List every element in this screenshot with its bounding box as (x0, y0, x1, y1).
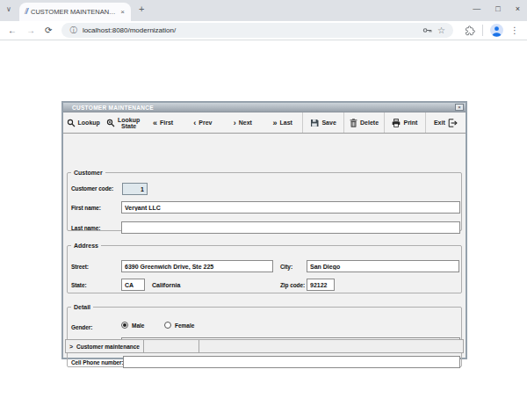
forward-icon[interactable]: → (26, 26, 35, 35)
gender-label: Gender: (71, 324, 92, 330)
customer-legend: Customer (71, 170, 105, 176)
app-toolbar: Lookup Lookup State « First ‹ Prev › Nex… (63, 112, 466, 134)
app-close-icon[interactable]: × (455, 104, 464, 111)
state-label: State: (71, 282, 86, 288)
state-name-text: California (152, 282, 180, 288)
site-favicon-icon: // (25, 8, 27, 16)
detail-legend: Detail (71, 304, 93, 310)
status-cell-main: > Customer maintenance (65, 339, 144, 353)
chevron-right-icon: › (234, 119, 236, 127)
back-icon[interactable]: ← (8, 26, 17, 35)
first-name-input[interactable] (121, 201, 460, 214)
app-status-bar: > Customer maintenance (65, 339, 464, 353)
tab-title: CUSTOMER MAINTENANCE (31, 8, 116, 16)
print-button[interactable]: Print (384, 112, 424, 133)
extensions-puzzle-icon[interactable] (465, 25, 475, 36)
browser-tab-strip: ∨ // CUSTOMER MAINTENANCE × + — □ × (0, 0, 527, 21)
browser-tab[interactable]: // CUSTOMER MAINTENANCE × (19, 3, 131, 21)
close-button[interactable]: × (516, 3, 520, 15)
magnifier-state-icon (106, 119, 115, 127)
cell-phone-input[interactable] (123, 356, 460, 368)
delete-button[interactable]: Delete (343, 112, 384, 133)
app-window-title: CUSTOMER MAINTENANCE (72, 105, 455, 111)
customer-maintenance-window: CUSTOMER MAINTENANCE × Lookup Lookup Sta… (61, 101, 467, 359)
browser-menu-icon[interactable]: ⋮ (510, 25, 519, 35)
double-chevron-right-icon: » (273, 119, 278, 127)
next-button[interactable]: › Next (223, 112, 263, 133)
trash-icon (350, 119, 357, 127)
female-radio-label: Female (175, 322, 194, 329)
toolbar-separator (482, 25, 483, 36)
tab-close-icon[interactable]: × (119, 8, 126, 16)
exit-door-icon (448, 119, 458, 127)
browser-action-cluster: ⋮ (465, 24, 519, 37)
city-input[interactable] (307, 260, 459, 272)
last-button[interactable]: » Last (263, 112, 302, 133)
bookmark-star-icon[interactable]: ☆ (437, 26, 445, 35)
male-radio[interactable] (121, 322, 128, 329)
street-input[interactable] (121, 260, 273, 272)
maximize-button[interactable]: □ (495, 3, 500, 15)
window-controls: — □ × (473, 3, 520, 15)
status-cell-3 (199, 339, 464, 353)
reload-icon[interactable]: ⟳ (45, 26, 52, 35)
lookup-button[interactable]: Lookup (63, 112, 103, 133)
tab-search-chevron-icon[interactable]: ∨ (6, 5, 11, 13)
female-radio[interactable] (164, 322, 171, 329)
floppy-save-icon (310, 119, 319, 127)
first-button[interactable]: « First (143, 112, 183, 133)
address-section: Address Street: City: State: California … (67, 243, 462, 293)
chevron-left-icon: ‹ (193, 119, 196, 127)
last-name-label: Last name: (71, 225, 100, 231)
status-text: Customer maintenance (76, 344, 140, 350)
radio-selected-dot (123, 323, 126, 327)
first-name-label: First name: (71, 205, 101, 211)
address-legend: Address (71, 243, 101, 249)
magnifier-icon (67, 119, 76, 127)
male-radio-label: Male (132, 322, 144, 329)
status-cell-2 (144, 339, 199, 353)
zip-input[interactable] (307, 279, 335, 291)
password-key-icon[interactable] (422, 25, 432, 35)
site-info-icon[interactable]: ⓘ (69, 25, 77, 36)
url-text[interactable]: localhost:8080/modernization/ (83, 26, 417, 34)
save-button[interactable]: Save (302, 112, 343, 133)
last-name-input[interactable] (121, 221, 460, 234)
zip-label: Zip code: (280, 282, 305, 288)
profile-avatar[interactable] (490, 24, 503, 37)
url-omnibox[interactable]: ⓘ localhost:8080/modernization/ ☆ (61, 23, 453, 38)
lookup-state-button[interactable]: Lookup State (103, 112, 142, 133)
printer-icon (392, 119, 401, 127)
state-input[interactable] (121, 279, 145, 291)
exit-button[interactable]: Exit (425, 112, 466, 133)
prev-button[interactable]: ‹ Prev (183, 112, 222, 133)
city-label: City: (280, 264, 292, 270)
app-title-bar: CUSTOMER MAINTENANCE × (63, 103, 466, 112)
cell-phone-label: Cell Phone number: (71, 359, 124, 366)
minimize-button[interactable]: — (473, 3, 480, 15)
new-tab-button[interactable]: + (139, 4, 144, 14)
double-chevron-left-icon: « (153, 119, 157, 127)
detail-section: Detail Gender: Male Female Phone number:… (67, 304, 462, 367)
form-content: Customer Customer code: First name: Last… (63, 134, 466, 358)
street-label: Street: (71, 264, 89, 270)
status-chevron-icon: > (69, 344, 73, 350)
browser-address-bar: ← → ⟳ ⓘ localhost:8080/modernization/ ☆ … (0, 21, 527, 40)
customer-code-label: Customer code: (71, 185, 113, 192)
web-page: CUSTOMER MAINTENANCE × Lookup Lookup Sta… (0, 40, 527, 420)
customer-code-input[interactable] (122, 183, 148, 195)
customer-section: Customer Customer code: First name: Last… (67, 170, 462, 231)
